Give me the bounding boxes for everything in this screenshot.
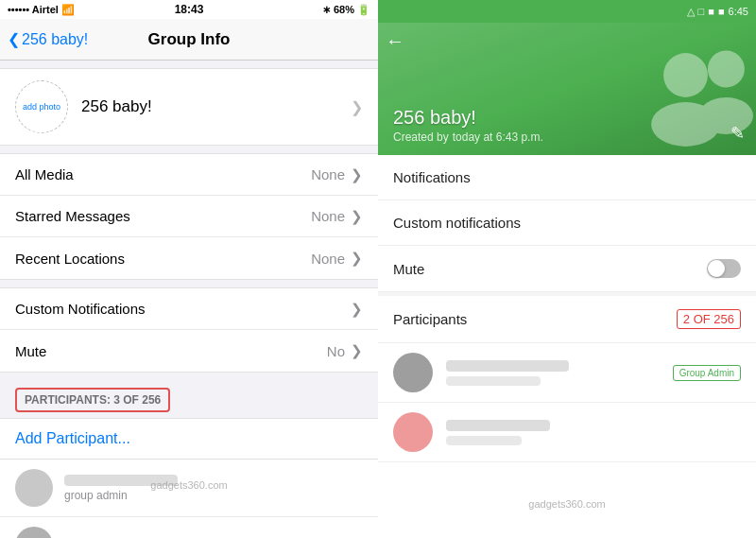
svg-point-0 xyxy=(663,53,708,97)
android-row-mute[interactable]: Mute xyxy=(378,246,756,292)
chevron-right-icon: ❯ xyxy=(351,98,363,116)
ios-back-button[interactable]: ❮ 256 baby! xyxy=(8,30,88,48)
wifi-icon: 📶 xyxy=(61,4,75,16)
svg-point-3 xyxy=(699,97,753,134)
ios-back-label: 256 baby! xyxy=(22,31,88,48)
ios-participant-row-2 xyxy=(0,517,378,538)
custom-notifications-right: ❯ xyxy=(351,301,363,318)
ios-menu-section: All Media None ❯ Starred Messages None ❯… xyxy=(0,153,378,280)
ios-content: add photo 256 baby! ❯ All Media None ❯ S… xyxy=(0,61,378,538)
android-time: 6:45 xyxy=(729,6,748,17)
ios-nav-title: Group Info xyxy=(148,30,231,49)
svg-point-2 xyxy=(708,51,745,88)
participant-info xyxy=(446,420,741,445)
add-participant-button[interactable]: Add Participant... xyxy=(0,418,378,460)
participant-name xyxy=(446,420,550,431)
avatar xyxy=(393,353,433,392)
recent-locations-value: None xyxy=(311,251,345,267)
location-icon: △ xyxy=(687,6,695,18)
participants-count-label: PARTICIPANTS: 3 OF 256 xyxy=(15,388,170,412)
starred-messages-label: Starred Messages xyxy=(15,208,130,224)
ios-row-recent-locations[interactable]: Recent Locations None ❯ xyxy=(0,237,378,279)
signal-icon: ■ xyxy=(708,6,714,17)
watermark-left: gadgets360.com xyxy=(150,479,227,491)
android-participant-row-2 xyxy=(378,403,756,462)
custom-notifications-label: Custom notifications xyxy=(393,215,521,231)
ios-nav-bar: ❮ 256 baby! Group Info xyxy=(0,19,378,61)
participants-label: Participants xyxy=(393,311,467,327)
all-media-right: None ❯ xyxy=(311,166,363,183)
android-content: Notifications Custom notifications Mute … xyxy=(378,155,756,538)
participant-name xyxy=(446,360,569,372)
watermark-right: gadgets360.com xyxy=(528,498,605,510)
wifi-icon: □ xyxy=(698,6,705,17)
participant-phone xyxy=(446,436,522,445)
chevron-right-icon: ❯ xyxy=(351,301,363,318)
chevron-right-icon: ❯ xyxy=(351,166,363,183)
participant-phone xyxy=(446,376,541,386)
android-panel: △ □ ■ ■ 6:45 ← ✎ 256 baby! Created by to… xyxy=(378,0,756,538)
mute-toggle[interactable] xyxy=(707,259,741,278)
group-name-row: 256 baby! ❯ xyxy=(81,97,363,116)
android-participants-header: Participants 2 OF 256 xyxy=(378,292,756,343)
avatar xyxy=(393,412,433,452)
battery-label: 68% xyxy=(334,4,354,15)
android-row-custom-notifications[interactable]: Custom notifications xyxy=(378,200,756,246)
all-media-label: All Media xyxy=(15,166,74,182)
mute-value: No xyxy=(327,343,345,359)
notifications-label: Notifications xyxy=(393,169,471,185)
ios-time: 18:43 xyxy=(175,3,204,16)
starred-messages-value: None xyxy=(311,208,345,224)
header-background xyxy=(378,23,756,155)
admin-badge: Group Admin xyxy=(673,365,741,381)
ios-status-bar: •••••• Airtel 📶 18:43 ∗ 68% 🔋 xyxy=(0,0,378,19)
mute-label: Mute xyxy=(393,261,424,277)
all-media-value: None xyxy=(311,166,345,182)
toggle-knob xyxy=(708,260,725,277)
avatar xyxy=(15,527,53,538)
chevron-left-icon: ❮ xyxy=(8,30,20,48)
participants-count: 2 OF 256 xyxy=(677,309,741,329)
ios-row-all-media[interactable]: All Media None ❯ xyxy=(0,154,378,196)
ios-group-header: add photo 256 baby! ❯ xyxy=(0,68,378,146)
android-status-right: △ □ ■ ■ 6:45 xyxy=(687,6,748,18)
add-photo-label: add photo xyxy=(23,101,60,113)
android-edit-button[interactable]: ✎ xyxy=(730,123,745,144)
ios-row-starred-messages[interactable]: Starred Messages None ❯ xyxy=(0,196,378,237)
mute-right: No ❯ xyxy=(327,342,363,359)
battery-icon: ■ xyxy=(718,6,725,17)
ios-row-mute[interactable]: Mute No ❯ xyxy=(0,330,378,372)
ios-status-right: ∗ 68% 🔋 xyxy=(322,4,370,16)
ios-row-custom-notifications[interactable]: Custom Notifications ❯ xyxy=(0,288,378,330)
android-back-button[interactable]: ← xyxy=(386,30,404,52)
android-row-notifications[interactable]: Notifications xyxy=(378,155,756,200)
battery-icon: 🔋 xyxy=(357,4,370,16)
android-participant-row-1: Group Admin xyxy=(378,343,756,403)
android-status-bar: △ □ ■ ■ 6:45 xyxy=(378,0,756,23)
ios-notifications-section: Custom Notifications ❯ Mute No ❯ xyxy=(0,287,378,373)
chevron-right-icon: ❯ xyxy=(351,342,363,359)
participant-info xyxy=(446,360,660,386)
ios-panel: •••••• Airtel 📶 18:43 ∗ 68% 🔋 ❮ 256 baby… xyxy=(0,0,378,538)
group-name-text: 256 baby! xyxy=(81,97,152,116)
recent-locations-right: None ❯ xyxy=(311,250,363,267)
add-participant-label: Add Participant... xyxy=(15,430,130,446)
ios-status-left: •••••• Airtel 📶 xyxy=(8,4,75,16)
custom-notifications-label: Custom Notifications xyxy=(15,301,146,317)
android-header: ← ✎ 256 baby! Created by today at 6:43 p… xyxy=(378,23,756,155)
ios-participants-header: PARTICIPANTS: 3 OF 256 xyxy=(0,380,378,418)
avatar xyxy=(15,469,53,507)
add-photo-button[interactable]: add photo xyxy=(15,80,68,133)
bluetooth-icon: ∗ xyxy=(322,4,331,16)
chevron-right-icon: ❯ xyxy=(351,250,363,267)
starred-messages-right: None ❯ xyxy=(311,208,363,225)
mute-label: Mute xyxy=(15,343,46,359)
recent-locations-label: Recent Locations xyxy=(15,251,125,267)
carrier-label: •••••• Airtel xyxy=(8,4,59,15)
chevron-right-icon: ❯ xyxy=(351,208,363,225)
